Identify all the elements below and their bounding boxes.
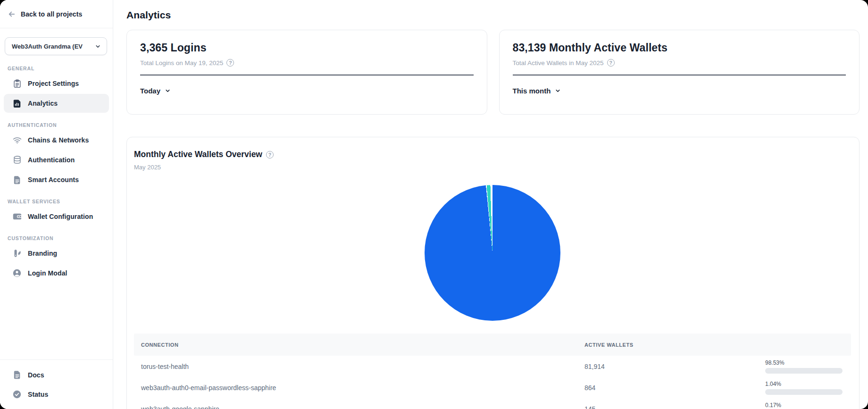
percent-label: 1.04%	[765, 381, 851, 387]
clipboard-icon	[12, 79, 22, 88]
sidebar-item-label: Branding	[28, 250, 57, 257]
connection-name: web3auth-google-sapphire	[134, 405, 584, 409]
logins-metric-subtitle: Total Logins on May 19, 2025	[140, 59, 223, 67]
project-selector-dropdown[interactable]: Web3Auth Grandma (EV	[5, 37, 107, 55]
document-icon	[12, 370, 22, 380]
wallet-icon	[12, 212, 22, 221]
metric-cards-row: 3,365 Logins Total Logins on May 19, 202…	[126, 30, 860, 115]
database-icon	[12, 155, 22, 165]
sidebar-item-label: Docs	[28, 371, 44, 379]
sidebar-item-label: Wallet Configuration	[28, 213, 93, 220]
table-row[interactable]: web3auth-auth0-email-passwordless-sapphi…	[134, 377, 851, 398]
sidebar-item-status[interactable]: Status	[4, 385, 109, 403]
active-wallets-count: 145	[584, 405, 765, 409]
sidebar-item-analytics[interactable]: Analytics	[4, 94, 109, 113]
column-header-connection: CONNECTION	[134, 342, 584, 348]
sidebar-item-label: Status	[28, 391, 48, 398]
divider	[140, 75, 474, 75]
table-row[interactable]: torus-test-health 81,914 98.53%	[134, 356, 851, 377]
active-wallets-count: 81,914	[584, 363, 765, 370]
sidebar-item-authentication[interactable]: Authentication	[4, 150, 109, 169]
range-value: This month	[513, 87, 551, 95]
sidebar-item-label: Analytics	[28, 100, 58, 107]
chart-title: Monthly Active Wallets Overview	[134, 150, 262, 159]
wallets-overview-card: Monthly Active Wallets Overview ? May 20…	[126, 137, 860, 409]
sidebar: Back to all projects Web3Auth Grandma (E…	[0, 0, 113, 409]
active-wallets-pie-chart[interactable]	[425, 185, 560, 321]
sidebar-item-docs[interactable]: Docs	[4, 366, 109, 384]
sidebar-item-project-settings[interactable]: Project Settings	[4, 74, 109, 93]
app-window: Back to all projects Web3Auth Grandma (E…	[0, 0, 868, 409]
active-wallets-count: 864	[584, 384, 765, 392]
sidebar-footer: Docs Status	[0, 359, 113, 409]
percent-bar	[765, 389, 843, 395]
check-circle-icon	[12, 390, 22, 399]
bar-chart-icon	[12, 99, 22, 108]
active-wallets-metric-value: 83,139 Monthly Active Wallets	[513, 42, 846, 54]
sidebar-item-wallet-configuration[interactable]: Wallet Configuration	[4, 207, 109, 226]
section-label-customization: CUSTOMIZATION	[8, 235, 113, 241]
document-icon	[12, 175, 22, 184]
section-label-general: GENERAL	[8, 66, 113, 71]
project-selector-value: Web3Auth Grandma (EV	[12, 43, 83, 50]
sidebar-item-label: Chains & Networks	[28, 136, 89, 144]
help-icon[interactable]: ?	[266, 151, 274, 159]
brush-icon	[12, 249, 22, 258]
logins-metric-value: 3,365 Logins	[140, 42, 474, 54]
sidebar-item-label: Project Settings	[28, 80, 79, 87]
table-header: CONNECTION ACTIVE WALLETS	[134, 334, 851, 356]
wifi-icon	[12, 135, 22, 145]
back-label: Back to all projects	[21, 10, 82, 18]
logins-metric-card: 3,365 Logins Total Logins on May 19, 202…	[126, 30, 487, 115]
arrow-left-icon	[8, 10, 16, 18]
sidebar-item-label: Smart Accounts	[28, 176, 79, 184]
chevron-down-icon	[165, 88, 171, 94]
active-wallets-metric-subtitle: Total Active Wallets in May 2025	[513, 59, 604, 67]
active-wallets-metric-card: 83,139 Monthly Active Wallets Total Acti…	[499, 30, 860, 115]
back-to-projects-button[interactable]: Back to all projects	[0, 0, 113, 28]
user-circle-icon	[12, 268, 22, 278]
percent-bar	[765, 368, 843, 374]
main-content: Analytics 3,365 Logins Total Logins on M…	[113, 0, 868, 409]
section-label-wallet-services: WALLET SERVICES	[8, 199, 113, 204]
page-title: Analytics	[126, 9, 860, 21]
sidebar-item-smart-accounts[interactable]: Smart Accounts	[4, 170, 109, 189]
connection-name: torus-test-health	[134, 363, 584, 370]
sidebar-nav: GENERAL Project Settings Analytics AUTHE…	[0, 55, 113, 359]
help-icon[interactable]: ?	[226, 59, 234, 67]
sidebar-item-label: Login Modal	[28, 269, 67, 277]
connections-table: CONNECTION ACTIVE WALLETS torus-test-hea…	[134, 334, 851, 409]
sidebar-item-branding[interactable]: Branding	[4, 244, 109, 263]
table-row[interactable]: web3auth-google-sapphire 145 0.17%	[134, 398, 851, 409]
section-label-authentication: AUTHENTICATION	[8, 122, 113, 128]
chart-period: May 2025	[134, 164, 851, 171]
sidebar-item-login-modal[interactable]: Login Modal	[4, 264, 109, 283]
chevron-down-icon	[555, 88, 561, 94]
sidebar-item-chains-networks[interactable]: Chains & Networks	[4, 131, 109, 150]
connection-name: web3auth-auth0-email-passwordless-sapphi…	[134, 384, 584, 392]
range-value: Today	[140, 87, 160, 95]
percent-label: 98.53%	[765, 359, 851, 366]
active-wallets-range-dropdown[interactable]: This month	[513, 87, 846, 95]
help-icon[interactable]: ?	[607, 59, 615, 67]
chevron-down-icon	[95, 43, 101, 50]
percent-label: 0.17%	[765, 402, 851, 409]
column-header-active-wallets: ACTIVE WALLETS	[584, 342, 765, 348]
sidebar-item-label: Authentication	[28, 156, 75, 164]
logins-range-dropdown[interactable]: Today	[140, 87, 474, 95]
divider	[513, 75, 846, 75]
